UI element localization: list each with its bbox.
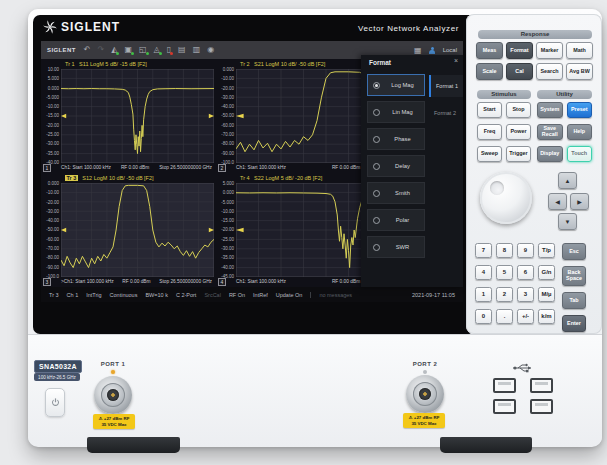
- marker-icon[interactable]: ◭: [111, 46, 117, 54]
- undo-icon[interactable]: ↶: [84, 46, 91, 54]
- trace-plot: [61, 69, 214, 163]
- key-power[interactable]: Power: [506, 124, 531, 140]
- tab-format-1[interactable]: Format 1: [429, 75, 463, 97]
- key-back-space[interactable]: Back Space: [562, 266, 586, 286]
- key-avg-bw[interactable]: Avg BW: [566, 63, 593, 80]
- key-cal[interactable]: Cal: [506, 63, 533, 80]
- trace-footer: >Ch1: Start 100.000 kHz RF 0.00 dBm Stop…: [41, 277, 216, 287]
- freq-range-badge: 100 kHz-26.5 GHz: [34, 373, 80, 381]
- key-tab[interactable]: Tab: [562, 292, 586, 309]
- radio-icon: [373, 136, 380, 143]
- trace-label: S22 LogM 5 dB/ -20 dB [F2]: [254, 175, 322, 181]
- key-m[interactable]: M/µ: [538, 287, 555, 302]
- key-[interactable]: .: [496, 309, 513, 324]
- key-8[interactable]: 8: [496, 243, 513, 258]
- key-k-m[interactable]: k/m: [538, 309, 555, 324]
- key-help[interactable]: Help: [567, 124, 593, 140]
- trace-id: Tr 2: [240, 61, 250, 67]
- tab-format-2[interactable]: Format 2: [429, 102, 461, 124]
- key-search[interactable]: Search: [536, 63, 563, 80]
- radio-icon: [373, 244, 380, 251]
- key-3[interactable]: 3: [517, 287, 534, 302]
- trace-label: S21 LogM 10 dB/ -50 dB [F2]: [254, 61, 325, 67]
- key-1[interactable]: 1: [475, 287, 492, 302]
- trace-plot: [61, 183, 214, 277]
- arrow-left-key[interactable]: ◀: [548, 193, 567, 210]
- arrow-up-key[interactable]: ▲: [558, 172, 577, 189]
- key-meas[interactable]: Meas: [476, 42, 503, 59]
- key-save-recall[interactable]: Save Recall: [537, 124, 563, 140]
- close-icon[interactable]: ×: [454, 57, 458, 64]
- key-9[interactable]: 9: [517, 243, 534, 258]
- key-t-p[interactable]: T/p: [538, 243, 555, 258]
- trace-label: S12 LogM 10 dB/ -50 dB [F2]: [82, 175, 153, 181]
- key-start[interactable]: Start: [477, 102, 502, 118]
- format-option-polar[interactable]: Polar: [367, 209, 425, 231]
- usb-port-group: [493, 378, 555, 414]
- save-icon[interactable]: ▤: [178, 46, 186, 54]
- rotary-knob[interactable]: [480, 172, 532, 224]
- utility-section-header: Utility: [537, 90, 592, 99]
- key-g-n[interactable]: G/n: [538, 265, 555, 280]
- trace-window-icon[interactable]: ▣: [124, 46, 132, 54]
- status-update-on: Update On: [276, 292, 303, 298]
- touchscreen[interactable]: SIGLENT ↶↷◭▣◱◬▯▤▥◉ ▦ Local Tr 1 S11 LogM…: [41, 41, 463, 302]
- delete-icon[interactable]: ▯: [167, 46, 171, 54]
- key-preset[interactable]: Preset: [567, 102, 593, 118]
- print-icon[interactable]: ▥: [193, 46, 201, 54]
- window-number: 4: [218, 278, 226, 286]
- key-scale[interactable]: Scale: [476, 63, 503, 80]
- key-format[interactable]: Format: [506, 42, 533, 59]
- format-option-delay[interactable]: Delay: [367, 155, 425, 177]
- usb-port-4: [530, 399, 553, 414]
- key-sweep[interactable]: Sweep: [477, 146, 502, 162]
- key-7[interactable]: 7: [475, 243, 492, 258]
- arrow-down-key[interactable]: ▼: [558, 213, 577, 230]
- key-enter[interactable]: Enter: [562, 315, 586, 332]
- camera-icon[interactable]: ◉: [207, 46, 214, 54]
- status-tr-3: Tr 3: [49, 292, 59, 298]
- trace-window-1[interactable]: Tr 1 S11 LogM 5 dB/ -15 dB [F2] 10.005.0…: [41, 59, 216, 173]
- key-stop[interactable]: Stop: [506, 102, 531, 118]
- key-math[interactable]: Math: [566, 42, 593, 59]
- format-option-smith[interactable]: Smith: [367, 182, 425, 204]
- rf-power-label: RF 0.00 dBm: [121, 163, 149, 173]
- status-inttrig: IntTrig: [86, 292, 101, 298]
- key-marker[interactable]: Marker: [536, 42, 563, 59]
- key-4[interactable]: 4: [475, 265, 492, 280]
- redo-icon: ↷: [98, 46, 105, 54]
- probe-icon[interactable]: ◬: [154, 46, 160, 54]
- port1-label: PORT 1: [93, 361, 133, 367]
- power-button[interactable]: [45, 388, 65, 417]
- trace-window-3[interactable]: Tr 3 S12 LogM 10 dB/ -50 dB [F2] 0.000-1…: [41, 173, 216, 287]
- format-option-log-mag[interactable]: Log Mag: [367, 74, 425, 96]
- hardkeys-icon[interactable]: ▦: [414, 46, 422, 55]
- stimulus-key-group: StartStopFreqPowerSweepTrigger: [477, 102, 531, 162]
- key-freq[interactable]: Freq: [477, 124, 502, 140]
- radio-icon: [373, 82, 380, 89]
- key-esc[interactable]: Esc: [562, 243, 586, 260]
- key-system[interactable]: System: [537, 102, 563, 118]
- key-5[interactable]: 5: [496, 265, 513, 280]
- key-touch[interactable]: Touch: [567, 146, 593, 162]
- rf-power-label: RF 0.00 dBm: [332, 163, 360, 173]
- key-2[interactable]: 2: [496, 287, 513, 302]
- zone-select-icon[interactable]: ◱: [139, 46, 147, 54]
- format-option-lin-mag[interactable]: Lin Mag: [367, 101, 425, 123]
- key-6[interactable]: 6: [517, 265, 534, 280]
- key-0[interactable]: 0: [475, 309, 492, 324]
- status-dot: [146, 52, 149, 55]
- format-option-swr[interactable]: SWR: [367, 236, 425, 258]
- radio-icon: [373, 217, 380, 224]
- status-dot: [116, 52, 119, 55]
- arrow-right-key[interactable]: ▶: [570, 193, 589, 210]
- user-icon[interactable]: [429, 47, 436, 54]
- key-display[interactable]: Display: [537, 146, 563, 162]
- stimulus-section-header: Stimulus: [477, 90, 531, 99]
- key-[interactable]: +/-: [517, 309, 534, 324]
- start-freq-label: Ch1: Start 100.000 kHz: [61, 163, 111, 173]
- usb-port-2: [530, 378, 553, 393]
- key-trigger[interactable]: Trigger: [506, 146, 531, 162]
- format-option-phase[interactable]: Phase: [367, 128, 425, 150]
- local-mode-label[interactable]: Local: [443, 47, 457, 53]
